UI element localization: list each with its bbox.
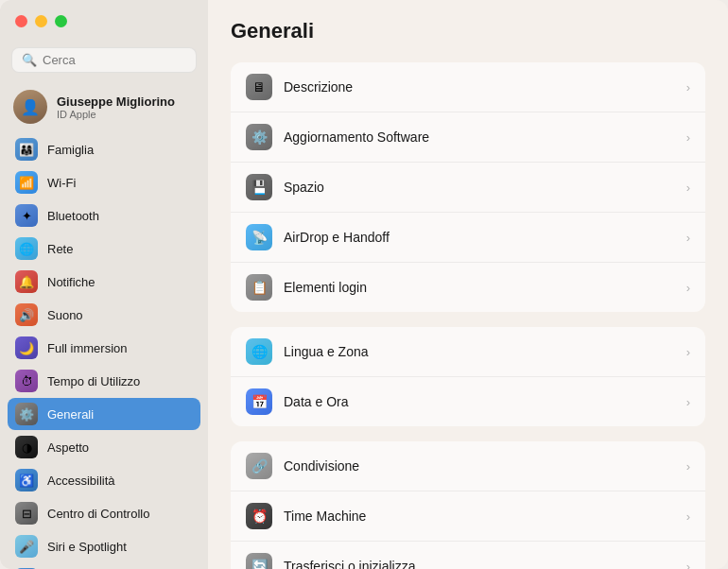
airdrop-icon: 📡 bbox=[246, 224, 272, 250]
fullimmersion-icon: 🌙 bbox=[15, 336, 38, 359]
avatar: 👤 bbox=[13, 90, 47, 124]
row-label-aggiornamento: Aggiornamento Software bbox=[284, 129, 675, 145]
sidebar-item-famiglia[interactable]: 👨‍👩‍👧Famiglia bbox=[8, 133, 200, 165]
condivisione-icon: 🔗 bbox=[246, 453, 272, 479]
sidebar-item-label-accessibilita: Accessibilità bbox=[47, 474, 115, 488]
chevron-right-icon: › bbox=[686, 130, 690, 145]
search-icon: 🔍 bbox=[22, 53, 37, 67]
sidebar-item-label-famiglia: Famiglia bbox=[47, 143, 94, 157]
sidebar-item-tempo[interactable]: ⏱Tempo di Utilizzo bbox=[8, 365, 200, 397]
sidebar-item-label-centro: Centro di Controllo bbox=[47, 507, 149, 521]
settings-row-condivisione[interactable]: 🔗Condivisione› bbox=[231, 441, 705, 491]
chevron-right-icon: › bbox=[686, 509, 690, 524]
settings-groups: 🖥Descrizione›⚙️Aggiornamento Software›💾S… bbox=[231, 62, 705, 569]
centro-icon: ⊟ bbox=[15, 502, 38, 525]
chevron-right-icon: › bbox=[686, 80, 690, 95]
famiglia-icon: 👨‍👩‍👧 bbox=[15, 138, 38, 161]
notifiche-icon: 🔔 bbox=[15, 270, 38, 293]
user-profile[interactable]: 👤 Giuseppe Migliorino ID Apple bbox=[0, 84, 208, 133]
suono-icon: 🔊 bbox=[15, 303, 38, 326]
sidebar-item-siri[interactable]: 🎤Siri e Spotlight bbox=[8, 530, 200, 562]
close-button[interactable] bbox=[15, 15, 27, 27]
sidebar-item-notifiche[interactable]: 🔔Notifiche bbox=[8, 266, 200, 298]
chevron-right-icon: › bbox=[686, 281, 690, 295]
spazio-icon: 💾 bbox=[246, 174, 272, 200]
sidebar-item-centro[interactable]: ⊟Centro di Controllo bbox=[8, 497, 200, 529]
row-label-spazio: Spazio bbox=[284, 180, 675, 195]
generali-icon: ⚙️ bbox=[15, 403, 38, 425]
accessibilita-icon: ♿ bbox=[15, 469, 38, 491]
bluetooth-icon: ✦ bbox=[15, 204, 38, 227]
sidebar-item-label-notifiche: Notifiche bbox=[47, 275, 95, 289]
minimize-button[interactable] bbox=[35, 15, 47, 27]
sidebar-list: 👨‍👩‍👧Famiglia📶Wi-Fi✦Bluetooth🌐Rete🔔Notif… bbox=[0, 133, 208, 569]
chevron-right-icon: › bbox=[686, 560, 690, 570]
row-label-condivisione: Condivisione bbox=[284, 458, 675, 474]
settings-row-timemachine[interactable]: ⏰Time Machine› bbox=[231, 491, 705, 542]
row-label-descrizione: Descrizione bbox=[284, 79, 675, 95]
settings-row-data[interactable]: 📅Data e Ora› bbox=[231, 377, 705, 426]
user-subtitle: ID Apple bbox=[57, 109, 175, 120]
row-label-lingua: Lingua e Zona bbox=[284, 344, 675, 359]
settings-row-aggiornamento[interactable]: ⚙️Aggiornamento Software› bbox=[231, 112, 705, 163]
settings-row-lingua[interactable]: 🌐Lingua e Zona› bbox=[231, 327, 705, 377]
settings-row-descrizione[interactable]: 🖥Descrizione› bbox=[231, 62, 705, 112]
chevron-right-icon: › bbox=[686, 459, 690, 474]
sidebar-item-rete[interactable]: 🌐Rete bbox=[8, 233, 200, 265]
sidebar-item-label-wifi: Wi-Fi bbox=[47, 176, 76, 190]
row-label-airdrop: AirDrop e Handoff bbox=[284, 230, 675, 245]
page-title: Generali bbox=[231, 19, 705, 43]
sidebar: 🔍 👤 Giuseppe Migliorino ID Apple 👨‍👩‍👧Fa… bbox=[0, 0, 208, 569]
settings-row-spazio[interactable]: 💾Spazio› bbox=[231, 163, 705, 213]
sidebar-item-accessibilita[interactable]: ♿Accessibilità bbox=[8, 464, 200, 496]
rete-icon: 🌐 bbox=[15, 237, 38, 260]
sidebar-item-generali[interactable]: ⚙️Generali bbox=[8, 398, 200, 430]
row-label-timemachine: Time Machine bbox=[284, 509, 675, 524]
sidebar-item-bluetooth[interactable]: ✦Bluetooth bbox=[8, 199, 200, 232]
chevron-right-icon: › bbox=[686, 231, 690, 245]
sidebar-item-label-aspetto: Aspetto bbox=[47, 440, 89, 455]
sidebar-item-label-suono: Suono bbox=[47, 308, 83, 322]
chevron-right-icon: › bbox=[686, 395, 690, 409]
sidebar-item-label-generali: Generali bbox=[47, 407, 94, 422]
aggiornamento-icon: ⚙️ bbox=[246, 124, 272, 150]
chevron-right-icon: › bbox=[686, 181, 690, 195]
main-content: Generali 🖥Descrizione›⚙️Aggiornamento So… bbox=[208, 0, 728, 569]
settings-row-login[interactable]: 📋Elementi login› bbox=[231, 263, 705, 312]
sidebar-item-label-siri: Siri e Spotlight bbox=[47, 540, 127, 554]
sidebar-item-label-rete: Rete bbox=[47, 242, 73, 256]
settings-row-trasferisci[interactable]: 🔄Trasferisci o inizializza› bbox=[231, 542, 705, 569]
trasferisci-icon: 🔄 bbox=[246, 553, 272, 569]
user-name: Giuseppe Migliorino bbox=[57, 95, 175, 109]
settings-group-group1: 🖥Descrizione›⚙️Aggiornamento Software›💾S… bbox=[231, 62, 705, 312]
sidebar-item-label-fullimmersion: Full immersion bbox=[47, 341, 128, 355]
data-icon: 📅 bbox=[246, 388, 272, 415]
search-input[interactable] bbox=[43, 53, 186, 67]
maximize-button[interactable] bbox=[55, 15, 67, 27]
sidebar-item-wifi[interactable]: 📶Wi-Fi bbox=[8, 166, 200, 198]
row-label-data: Data e Ora bbox=[284, 394, 675, 409]
sidebar-item-privacy[interactable]: 🔒Privacy e sicurezza bbox=[8, 563, 200, 569]
settings-group-group3: 🔗Condivisione›⏰Time Machine›🔄Trasferisci… bbox=[231, 441, 705, 569]
search-box[interactable]: 🔍 bbox=[11, 47, 197, 73]
traffic-lights bbox=[15, 15, 67, 27]
sidebar-item-fullimmersion[interactable]: 🌙Full immersion bbox=[8, 332, 200, 364]
row-label-login: Elementi login bbox=[284, 280, 675, 295]
settings-row-airdrop[interactable]: 📡AirDrop e Handoff› bbox=[231, 213, 705, 263]
login-icon: 📋 bbox=[246, 274, 272, 301]
sidebar-item-label-bluetooth: Bluetooth bbox=[47, 209, 99, 223]
sidebar-item-label-tempo: Tempo di Utilizzo bbox=[47, 374, 140, 388]
sidebar-item-aspetto[interactable]: ◑Aspetto bbox=[8, 431, 200, 463]
timemachine-icon: ⏰ bbox=[246, 503, 272, 529]
tempo-icon: ⏱ bbox=[15, 370, 38, 392]
wifi-icon: 📶 bbox=[15, 171, 38, 194]
settings-group-group2: 🌐Lingua e Zona›📅Data e Ora› bbox=[231, 327, 705, 426]
siri-icon: 🎤 bbox=[15, 535, 38, 558]
aspetto-icon: ◑ bbox=[15, 436, 38, 458]
chevron-right-icon: › bbox=[686, 345, 690, 359]
descrizione-icon: 🖥 bbox=[246, 74, 272, 100]
sidebar-item-suono[interactable]: 🔊Suono bbox=[8, 299, 200, 331]
row-label-trasferisci: Trasferisci o inizializza bbox=[284, 559, 675, 569]
user-info: Giuseppe Migliorino ID Apple bbox=[57, 95, 175, 120]
lingua-icon: 🌐 bbox=[246, 338, 272, 365]
